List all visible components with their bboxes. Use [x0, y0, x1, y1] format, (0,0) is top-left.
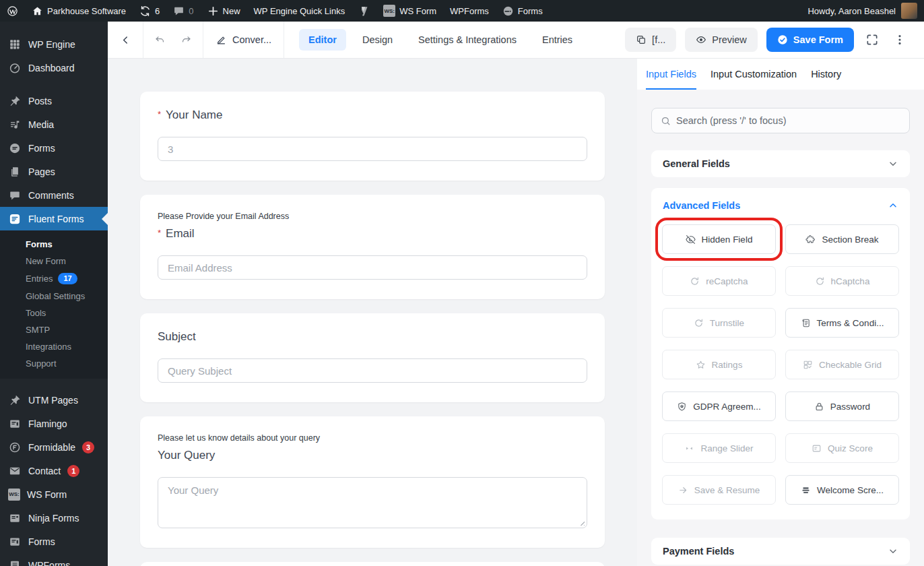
form-field-card-subject[interactable]: Subject: [140, 313, 605, 402]
wp-engine-quick-links-menu[interactable]: WP Engine Quick Links: [247, 0, 352, 22]
search-input[interactable]: [676, 115, 900, 126]
form-field-card-partial[interactable]: [140, 562, 605, 566]
field-help-text: Please Provide your Email Address: [158, 212, 587, 221]
more-options-kebab-icon[interactable]: [890, 30, 909, 49]
form-field-card-your-name[interactable]: *Your Name: [140, 92, 605, 181]
sidebar-item-posts[interactable]: Posts: [0, 89, 108, 113]
form-field-card-your-query[interactable]: Please let us know details about your qu…: [140, 416, 605, 548]
sidebar-subitem-entries[interactable]: Entries17: [0, 270, 108, 288]
sidebar-subitem-new-form[interactable]: New Form: [0, 253, 108, 270]
field-type-ratings[interactable]: Ratings: [662, 350, 776, 379]
sidebar-subitem-forms[interactable]: Forms: [0, 236, 108, 253]
ws-form-menu[interactable]: WS: WS Form: [376, 0, 443, 22]
undo-icon[interactable]: [154, 34, 166, 46]
field-type-section-break[interactable]: Section Break: [785, 224, 899, 254]
field-type-welcome-scre[interactable]: Welcome Scre...: [785, 475, 899, 505]
sidebar-subitem-label: Support: [26, 358, 57, 369]
field-type-hidden-field[interactable]: Hidden Field: [662, 224, 776, 254]
field-input-email[interactable]: [158, 255, 587, 280]
sidebar-subitem-support[interactable]: Support: [0, 355, 108, 372]
editor-toolbar: Conver... EditorDesignSettings & Integra…: [108, 22, 924, 59]
sidebar-item-label: Pages: [28, 166, 55, 177]
wp-logo-menu[interactable]: [0, 0, 25, 22]
updates-menu[interactable]: 6: [133, 0, 166, 22]
new-content-menu[interactable]: New: [201, 0, 247, 22]
panel-tab-input-fields[interactable]: Input Fields: [646, 59, 696, 90]
comments-menu[interactable]: 0: [166, 0, 200, 22]
section-header-payment-fields[interactable]: Payment Fields: [651, 538, 910, 565]
field-input-subject[interactable]: [158, 358, 587, 383]
new-label: New: [223, 6, 240, 16]
field-type-quiz-score[interactable]: Quiz Score: [785, 433, 899, 463]
yoast-menu[interactable]: [352, 0, 376, 22]
sidebar-item-dashboard[interactable]: Dashboard: [0, 56, 108, 80]
sidebar-item-ninja-forms[interactable]: Ninja Forms: [0, 506, 108, 530]
section-header-general-fields[interactable]: General Fields: [651, 150, 910, 177]
home-icon: [32, 5, 43, 17]
preview-button[interactable]: Preview: [685, 28, 758, 52]
tab-editor[interactable]: Editor: [299, 29, 346, 51]
field-type-recaptcha[interactable]: reCaptcha: [662, 266, 776, 296]
field-type-terms-condi[interactable]: Terms & Condi...: [785, 308, 899, 338]
sidebar-item-fluent-forms[interactable]: Fluent Forms: [0, 207, 108, 230]
section-title: Payment Fields: [663, 546, 734, 557]
sidebar-item-contact[interactable]: Contact1: [0, 459, 108, 482]
sidebar-item-flamingo[interactable]: Flamingo: [0, 412, 108, 435]
sidebar-item-wpforms[interactable]: WPForms: [0, 553, 108, 566]
sidebar-item-forms[interactable]: Forms: [0, 530, 108, 553]
fullscreen-icon[interactable]: [863, 30, 882, 49]
field-type-save-resume[interactable]: Save & Resume: [662, 475, 776, 505]
field-type-turnstile[interactable]: Turnstile: [662, 308, 776, 338]
sidebar-item-utm-pages[interactable]: UTM Pages: [0, 388, 108, 412]
section-general-fields: General Fields: [651, 150, 910, 177]
sidebar-subitem-tools[interactable]: Tools: [0, 305, 108, 321]
sidebar-item-comments[interactable]: Comments: [0, 183, 108, 207]
quiz-icon: [812, 443, 822, 453]
ninja-forms-menu[interactable]: Forms: [496, 0, 550, 22]
field-type-checkable-grid[interactable]: Checkable Grid: [785, 350, 899, 379]
sidebar-item-label: Forms: [28, 143, 55, 154]
account-menu[interactable]: Howdy, Aaron Beashel: [807, 0, 896, 22]
sidebar-item-formidable[interactable]: Formidable3: [0, 435, 108, 459]
redo-icon[interactable]: [180, 34, 192, 46]
media-icon: [8, 119, 22, 131]
sidebar-subitem-smtp[interactable]: SMTP: [0, 321, 108, 338]
panel-tab-history[interactable]: History: [811, 59, 841, 90]
save-form-button[interactable]: Save Form: [766, 28, 854, 52]
form-title-rename[interactable]: Conver...: [203, 22, 284, 58]
search-icon: [661, 116, 671, 126]
sidebar-item-media[interactable]: Media: [0, 113, 108, 136]
field-input-your-name[interactable]: [158, 137, 587, 161]
site-name-menu[interactable]: Parkhouse Software: [25, 0, 133, 22]
field-type-label: Welcome Scre...: [817, 485, 884, 495]
sidebar-subitem-global-settings[interactable]: Global Settings: [0, 288, 108, 305]
tab-design[interactable]: Design: [353, 29, 402, 51]
toolbar-tabs: EditorDesignSettings & IntegrationsEntri…: [299, 29, 582, 51]
sidebar-item-pages[interactable]: Pages: [0, 160, 108, 183]
form-editor-canvas: *Your NamePlease Provide your Email Addr…: [108, 59, 637, 566]
sidebar-item-forms[interactable]: Forms: [0, 136, 108, 160]
field-type-range-slider[interactable]: Range Slider: [662, 433, 776, 463]
avatar[interactable]: [901, 3, 917, 19]
form-field-card-email[interactable]: Please Provide your Email Address*Email: [140, 195, 605, 299]
sidebar-item-label: WS Form: [27, 489, 67, 500]
field-type-password[interactable]: Password: [785, 391, 899, 421]
fields-grid: Hidden FieldSection BreakreCaptchahCaptc…: [651, 219, 910, 505]
sidebar-item-ws-form[interactable]: WS:WS Form: [0, 482, 108, 506]
sidebar-subitem-integrations[interactable]: Integrations: [0, 338, 108, 355]
pencil-icon: [216, 34, 227, 46]
field-type-gdpr-agreem[interactable]: GDPR Agreem...: [662, 391, 776, 421]
section-header-advanced-fields[interactable]: Advanced Fields: [651, 188, 910, 219]
field-type-hcaptcha[interactable]: hCaptcha: [785, 266, 899, 296]
count-badge: 3: [82, 441, 94, 453]
field-label-text: Your Name: [166, 108, 222, 122]
field-textarea-your-query[interactable]: [158, 477, 587, 528]
shortcode-button[interactable]: [f...: [625, 28, 676, 52]
wpforms-menu[interactable]: WPForms: [443, 0, 496, 22]
panel-tab-input-customization[interactable]: Input Customization: [711, 59, 797, 90]
back-button[interactable]: [108, 22, 143, 58]
tab-entries[interactable]: Entries: [533, 29, 582, 51]
tab-settings-integrations[interactable]: Settings & Integrations: [409, 29, 526, 51]
sidebar-item-wp-engine[interactable]: WP Engine: [0, 32, 108, 56]
sidebar-subitem-label: Entries: [26, 274, 53, 284]
